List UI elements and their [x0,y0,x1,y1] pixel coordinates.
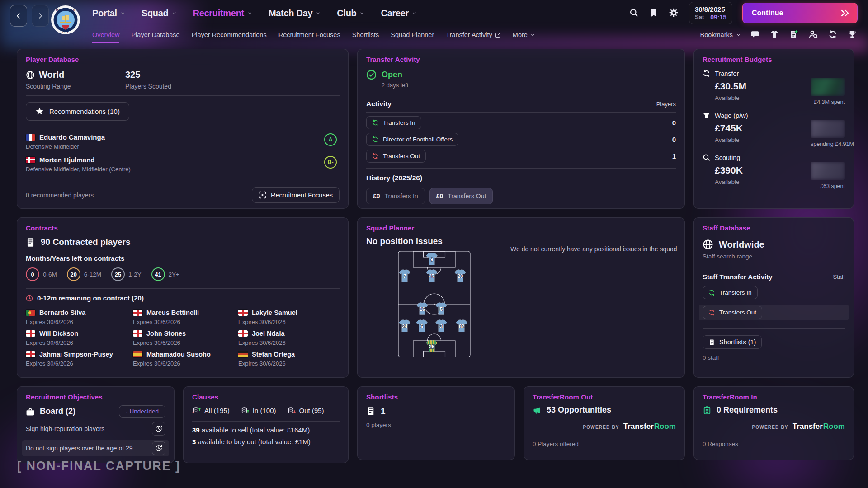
subnav-item-player-recommendations[interactable]: Player Recommendations [192,26,267,43]
gear-icon[interactable] [669,8,679,18]
staff-transfers-in-button[interactable]: Transfers In [703,286,758,299]
budget-section-scouting[interactable]: Scouting £390K Available £63 spent [703,149,845,191]
subnav-item-player-database[interactable]: Player Database [131,26,179,43]
chevron-down-icon [530,33,535,38]
subnav-item-squad-planner[interactable]: Squad Planner [391,26,434,43]
pitch-shirt[interactable]: 16 [417,303,428,315]
transfer-budget-icon [703,70,710,77]
director-of-football-offers-button[interactable]: Director of Football Offers [366,133,458,146]
contract-bucket-0-6m[interactable]: 0 0-6M [26,267,57,281]
day-value: Sat [695,14,704,21]
staff-search-range[interactable]: Worldwide [703,239,845,250]
pitch-shirt[interactable]: 82 [456,320,467,332]
expiring-contract-player[interactable]: Joel Ndala Expires 30/6/2026 [238,330,340,346]
expiring-contract-player[interactable]: Marcus Bettinelli Expires 30/6/2026 [133,309,238,325]
undecided-status-pill[interactable]: - Undecided [119,405,165,418]
contract-bucket-1-2y[interactable]: 25 1-2Y [111,267,142,281]
expiring-contract-player[interactable]: Bernardo Silva Expires 30/6/2026 [26,309,133,325]
nav-item-recruitment[interactable]: Recruitment [193,8,252,19]
game-date[interactable]: 30/8/2025 Sat 09:15 [689,2,732,24]
transfers-out-icon [372,153,379,160]
chevron-down-icon [412,11,417,16]
history-transfers-in-button[interactable]: £0 Transfers In [366,188,425,204]
back-button[interactable] [10,5,27,27]
contract-bucket-2y-[interactable]: 41 2Y+ [151,267,179,281]
subnav-item-transfer-activity[interactable]: Transfer Activity [446,26,501,43]
recommendations-label: Recommendations (10) [49,108,120,115]
pitch-shirt[interactable]: 7 [399,270,410,282]
objective-history-button[interactable] [152,422,165,436]
pitch-shirt-goalkeeper[interactable]: 25 [426,340,438,352]
staff-transfers-out-button[interactable]: Transfers Out [703,306,762,319]
objective-row[interactable]: Sign high-reputation players [22,421,169,437]
pitch-shirt[interactable]: 3 [436,320,447,332]
nav-item-portal[interactable]: Portal [92,8,125,19]
forward-button[interactable] [32,5,49,27]
budget-section-wage-p-w-[interactable]: Wage (p/w) £745K Available spending £4.9… [703,107,845,149]
clauses-tab-all-195-[interactable]: All (195) [192,406,230,415]
person-search-icon[interactable] [809,30,819,40]
subnav-item-overview[interactable]: Overview [92,26,119,43]
bottom-left-pair: Recruitment Objectives Board (2) - Undec… [17,386,349,460]
chat-icon[interactable] [750,30,760,40]
nav-item-squad[interactable]: Squad [142,8,177,19]
powered-by-label: POWERED BY [752,425,788,430]
recommended-player-row[interactable]: Morten Hjulmand Defensive Midfielder, Mi… [26,156,340,173]
history-transfers-out-button[interactable]: £0 Transfers Out [429,188,493,204]
sync-icon[interactable] [828,30,838,40]
expiring-contract-player[interactable]: John Stones Expires 30/6/2026 [133,330,238,346]
pitch-shirt[interactable]: 5 [436,303,447,315]
scouting-range-label: Scouting Range [26,83,125,90]
pitch-shirt[interactable]: 24 [399,320,410,332]
expiring-contract-player[interactable]: Will Dickson Expires 30/6/2026 [26,330,133,346]
objective-row[interactable]: Do not sign players over the age of 29 [22,440,169,456]
clauses-tab-out-95-[interactable]: Out (95) [287,406,324,415]
nav-item-career[interactable]: Career [381,8,417,19]
recruitment-focuses-button[interactable]: Recruitment Focuses [252,187,340,203]
budget-chart-thumbnail [811,120,845,138]
staff-shortlists-button[interactable]: Shortlists (1) [703,335,762,349]
bookmarks-dropdown[interactable]: Bookmarks [700,31,741,38]
subnav-item-shortlists[interactable]: Shortlists [352,26,379,43]
clock-arrow-icon [155,425,162,432]
flag-icon-en [238,330,248,337]
squad-planner-card: Squad Planner No position issues We do n… [357,217,685,378]
pitch-shirt[interactable]: 20 [455,270,466,282]
bookmark-icon[interactable] [649,8,659,18]
clauses-tab-in-100-[interactable]: In (100) [241,406,276,415]
expiring-contract-player[interactable]: Stefan Ortega Expires 30/6/2026 [238,351,340,367]
continue-button[interactable]: Continue [742,3,858,23]
scouting-range-stat[interactable]: World Scouting Range [26,70,125,90]
expiring-contract-player[interactable]: Lakyle Samuel Expires 30/6/2026 [238,309,340,325]
player-position: Defensive Midfielder [26,143,324,150]
pitch-shirt[interactable]: 47 [426,270,438,282]
squad-planner-pitch[interactable]: 9 7 47 20 16 5 24 6 3 82 25 [397,250,471,358]
budget-section-transfer[interactable]: Transfer £30.5M Available £4.3M spent [703,65,845,107]
expiring-contract-player[interactable]: Jahmai Simpson-Pusey Expires 30/6/2026 [26,351,133,367]
pitch-shirt[interactable]: 6 [416,320,428,332]
transfer-activity-title: Transfer Activity [366,56,676,63]
contract-bucket-6-12m[interactable]: 20 6-12M [67,267,101,281]
shirt-number: 25 [429,344,434,349]
pitch-shirt[interactable]: 9 [426,253,438,265]
search-icon[interactable] [629,8,639,18]
jersey-icon[interactable] [770,30,780,40]
subnav-item-recruitment-focuses[interactable]: Recruitment Focuses [278,26,340,43]
transfers-out-button[interactable]: Transfers Out [366,150,426,163]
chevron-down-icon [736,33,741,38]
transfers-in-button[interactable]: Transfers In [366,116,421,129]
star-icon [35,107,44,116]
nav-item-match-day[interactable]: Match Day [269,8,321,19]
transfers-out-icon [708,309,715,316]
recommendations-button[interactable]: Recommendations (10) [26,102,129,121]
expiring-contract-player[interactable]: Mahamadou Susoho Expires 30/6/2026 [133,351,238,367]
document-badge-icon[interactable] [789,30,799,40]
recommended-player-row[interactable]: Eduardo Camavinga Defensive Midfielder A [26,133,340,150]
players-scouted-stat: 325 Players Scouted [125,70,225,90]
activity-label: Transfers Out [383,153,420,160]
recruitment-budgets-card: Recruitment Budgets Transfer £30.5M Avai… [693,49,854,209]
trophy-icon[interactable] [848,30,858,40]
subnav-item-more[interactable]: More [513,26,535,43]
objective-history-button[interactable] [152,441,165,455]
nav-item-club[interactable]: Club [337,8,364,19]
